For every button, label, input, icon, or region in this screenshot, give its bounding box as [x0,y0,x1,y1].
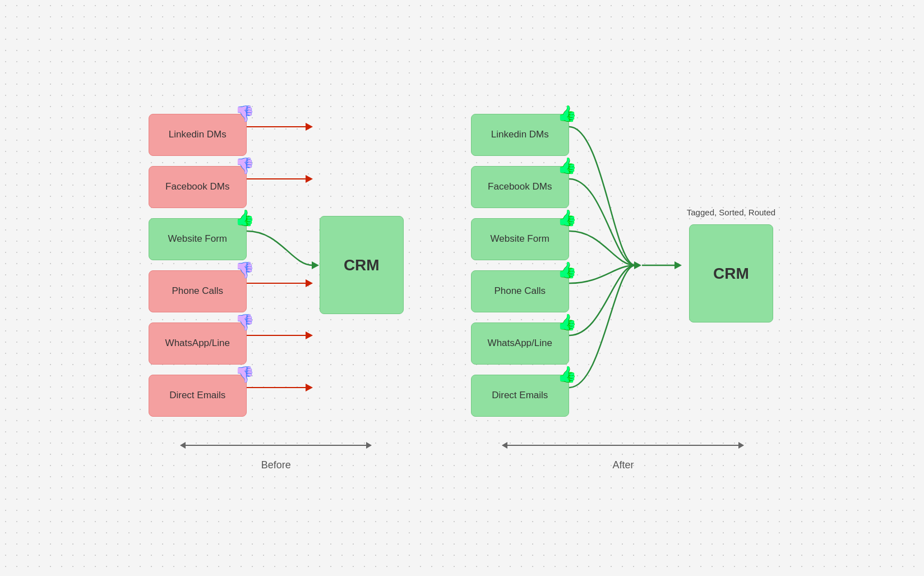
svg-marker-3 [306,175,313,183]
after-emails-thumb: 👍 [557,365,577,384]
after-sources: Linkedin DMs 👍 Facebook DMs 👍 Website Fo… [471,114,569,417]
before-layout: Linkedin DMs 👎 Facebook DMs 👎 Website Fo… [149,105,404,425]
after-emails-row: Direct Emails 👍 [471,375,569,417]
after-linkedin-label: Linkedin DMs [491,129,549,140]
before-emails-row: Direct Emails 👎 [149,375,247,417]
after-phone-row: Phone Calls 👍 [471,270,569,312]
after-label: After [612,459,634,471]
after-website-label: Website Form [491,233,550,245]
before-emails-label: Direct Emails [169,390,225,401]
svg-marker-11 [634,261,641,269]
before-phone-thumb: 👎 [235,261,255,279]
after-phone-thumb: 👍 [557,261,577,279]
before-linkedin-label: Linkedin DMs [169,129,227,140]
after-linkedin-box: Linkedin DMs 👍 [471,114,569,156]
svg-marker-8 [306,331,313,339]
before-facebook-row: Facebook DMs 👎 [149,166,247,208]
after-crm-label: CRM [713,265,749,283]
before-whatsapp-box: WhatsApp/Line 👎 [149,322,247,365]
before-diagram: Linkedin DMs 👎 Facebook DMs 👎 Website Fo… [149,105,404,471]
before-facebook-box: Facebook DMs 👎 [149,166,247,208]
before-whatsapp-label: WhatsApp/Line [165,338,230,349]
after-phone-label: Phone Calls [494,285,546,297]
after-whatsapp-box: WhatsApp/Line 👍 [471,322,569,365]
before-website-label: Website Form [168,233,228,245]
before-arrow-line [181,445,371,446]
after-emails-box: Direct Emails 👍 [471,375,569,417]
after-layout: Linkedin DMs 👍 Facebook DMs 👍 Website Fo… [471,105,775,425]
after-whatsapp-label: WhatsApp/Line [488,338,552,349]
after-tagged-label: Tagged, Sorted, Routed [687,208,775,217]
after-website-thumb: 👍 [557,209,577,227]
before-connector-svg [247,105,320,425]
after-to-crm-arrow-svg [642,248,687,282]
before-crm-label: CRM [344,256,380,274]
before-emails-thumb: 👎 [235,365,255,384]
before-whatsapp-row: WhatsApp/Line 👎 [149,322,247,365]
before-facebook-label: Facebook DMs [165,181,229,192]
after-facebook-label: Facebook DMs [488,181,552,192]
svg-marker-1 [306,123,313,131]
before-phone-box: Phone Calls 👎 [149,270,247,312]
after-linkedin-row: Linkedin DMs 👍 [471,114,569,156]
after-diagram: Linkedin DMs 👍 Facebook DMs 👍 Website Fo… [471,105,775,471]
after-crm-box: CRM [689,224,773,322]
before-label: Before [261,459,291,471]
svg-marker-10 [306,384,313,391]
after-arrow-line [502,445,743,446]
before-linkedin-box: Linkedin DMs 👎 [149,114,247,156]
after-website-box: Website Form 👍 [471,218,569,260]
before-facebook-thumb: 👎 [235,156,255,175]
after-facebook-box: Facebook DMs 👍 [471,166,569,208]
before-sources: Linkedin DMs 👎 Facebook DMs 👎 Website Fo… [149,114,247,417]
before-crm-box: CRM [320,216,404,314]
before-website-thumb: 👍 [235,209,255,227]
after-double-arrow [502,445,743,446]
before-phone-label: Phone Calls [172,285,223,297]
after-whatsapp-thumb: 👍 [557,313,577,331]
after-linkedin-thumb: 👍 [557,104,577,123]
before-whatsapp-thumb: 👎 [235,313,255,331]
after-emails-label: Direct Emails [492,390,548,401]
before-linkedin-row: Linkedin DMs 👎 [149,114,247,156]
before-double-arrow [181,445,371,446]
before-linkedin-thumb: 👎 [235,104,255,123]
svg-marker-13 [674,261,682,269]
after-crm-area: Tagged, Sorted, Routed CRM [687,208,775,322]
after-phone-box: Phone Calls 👍 [471,270,569,312]
after-website-row: Website Form 👍 [471,218,569,260]
svg-marker-6 [306,279,313,287]
after-facebook-thumb: 👍 [557,156,577,175]
before-phone-row: Phone Calls 👎 [149,270,247,312]
before-website-box: Website Form 👍 [149,218,247,260]
before-emails-box: Direct Emails 👎 [149,375,247,417]
after-facebook-row: Facebook DMs 👍 [471,166,569,208]
before-website-row: Website Form 👍 [149,218,247,260]
svg-marker-4 [312,261,319,269]
after-connector-svg [569,105,642,425]
after-whatsapp-row: WhatsApp/Line 👍 [471,322,569,365]
